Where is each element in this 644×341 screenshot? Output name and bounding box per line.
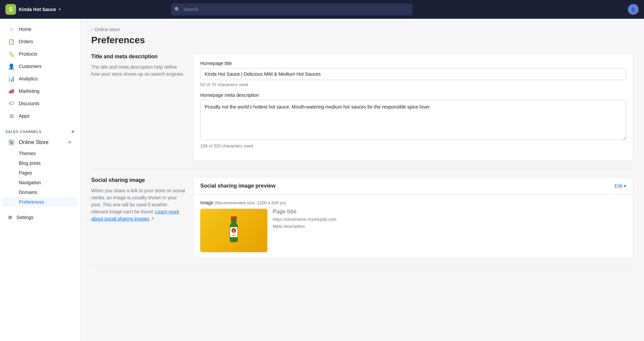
settings-label: Settings <box>16 215 34 220</box>
page-title: Preferences <box>91 35 633 46</box>
social-edit-button[interactable]: Edit ▾ <box>614 183 626 189</box>
store-logo[interactable]: S Kinda Hot Sauce ▾ <box>5 4 61 15</box>
social-section-desc: When you share a link to your store on s… <box>91 187 185 222</box>
sidebar-item-themes[interactable]: Themes <box>3 149 77 158</box>
online-store-left: 🏪 Online Store <box>8 139 49 146</box>
bottle-svg: K <box>224 212 244 249</box>
sidebar-item-discounts[interactable]: 🏷 Discounts <box>3 97 77 110</box>
top-navigation: S Kinda Hot Sauce ▾ 🔍 👤 <box>0 0 644 19</box>
home-icon: ⌂ <box>8 26 15 32</box>
navigation-label: Navigation <box>19 180 41 185</box>
social-sharing-card: Social sharing image preview Edit ▾ Imag… <box>193 177 633 258</box>
homepage-meta-label: Homepage meta description <box>200 92 626 98</box>
sales-channels-label: SALES CHANNELS <box>5 130 42 134</box>
main-content: ‹ Online store Preferences Title and met… <box>80 19 644 341</box>
homepage-title-char-count: 52 of 70 characters used <box>200 82 626 87</box>
edit-chevron-icon: ▾ <box>624 183 626 189</box>
sidebar-item-pages[interactable]: Pages <box>3 168 77 178</box>
products-icon: 🏷️ <box>8 51 15 57</box>
homepage-title-label: Homepage title <box>200 61 626 66</box>
orders-icon: 📋 <box>8 38 15 45</box>
preferences-label: Preferences <box>19 199 44 205</box>
sidebar-label-analytics: Analytics <box>19 76 38 81</box>
preview-url: https://storename.myshopify.com <box>273 217 626 222</box>
blog-posts-label: Blog posts <box>19 160 41 166</box>
breadcrumb-text: Online store <box>95 27 120 32</box>
image-label: Image (Recommended size: 1200 x 628 px) <box>200 200 626 205</box>
sidebar-item-online-store[interactable]: 🏪 Online Store 👁 <box>3 136 77 148</box>
discounts-icon: 🏷 <box>8 100 15 107</box>
svg-point-6 <box>232 234 235 236</box>
social-card-body: Image (Recommended size: 1200 x 628 px) <box>194 195 633 258</box>
sidebar-item-orders[interactable]: 📋 Orders <box>3 36 77 48</box>
social-preview-image: K <box>200 209 267 252</box>
search-icon: 🔍 <box>174 7 180 12</box>
settings-icon: ⚙ <box>8 215 12 220</box>
online-store-icon: 🏪 <box>8 139 15 146</box>
analytics-icon: 📊 <box>8 75 15 82</box>
title-meta-section: Title and meta description The title and… <box>91 54 633 169</box>
sidebar-label-apps: Apps <box>19 113 30 119</box>
preview-text: Page title https://storename.myshopify.c… <box>273 209 626 229</box>
sidebar-item-home[interactable]: ⌂ Home <box>3 23 77 35</box>
breadcrumb-chevron-icon: ‹ <box>91 27 93 32</box>
homepage-meta-char-count: 108 of 320 characters used <box>200 143 626 148</box>
title-meta-section-desc: The title and meta description help defi… <box>91 64 185 78</box>
preview-meta-label: Meta description <box>273 224 626 229</box>
social-section: Social sharing image When you share a li… <box>91 177 633 266</box>
sidebar-item-products[interactable]: 🏷️ Products <box>3 48 77 60</box>
search-input[interactable] <box>171 3 413 15</box>
sidebar-item-analytics[interactable]: 📊 Analytics <box>3 73 77 85</box>
sidebar-item-blog-posts[interactable]: Blog posts <box>3 158 77 168</box>
title-meta-card: Homepage title 52 of 70 characters used … <box>193 54 633 161</box>
shopify-icon: S <box>5 4 16 15</box>
add-sales-channel-button[interactable]: + <box>71 129 75 135</box>
homepage-title-input[interactable] <box>200 68 626 80</box>
marketing-icon: 📣 <box>8 88 15 94</box>
svg-text:K: K <box>233 230 234 232</box>
social-card-header: Social sharing image preview Edit ▾ <box>194 178 633 195</box>
sales-channels-header: SALES CHANNELS + <box>0 125 80 136</box>
sidebar-item-navigation[interactable]: Navigation <box>3 178 77 187</box>
title-meta-section-title: Title and meta description <box>91 54 185 60</box>
store-dropdown-icon[interactable]: ▾ <box>59 7 61 12</box>
avatar[interactable]: 👤 <box>628 4 639 15</box>
sidebar-label-home: Home <box>19 26 31 32</box>
social-section-left: Social sharing image When you share a li… <box>91 177 185 258</box>
sidebar-label-discounts: Discounts <box>19 101 39 106</box>
preview-page-title: Page title <box>273 209 626 215</box>
customers-icon: 👤 <box>8 63 15 70</box>
sidebar: ⌂ Home 📋 Orders 🏷️ Products 👤 Customers … <box>0 19 80 341</box>
image-recommended-size: (Recommended size: 1200 x 628 px) <box>215 200 286 205</box>
view-store-icon[interactable]: 👁 <box>67 140 72 145</box>
homepage-meta-textarea[interactable] <box>200 100 626 140</box>
breadcrumb[interactable]: ‹ Online store <box>91 27 633 32</box>
pages-label: Pages <box>19 170 32 176</box>
sidebar-label-products: Products <box>19 51 37 57</box>
sidebar-item-apps[interactable]: ⊞ Apps <box>3 110 77 122</box>
social-section-title: Social sharing image <box>91 177 185 183</box>
sidebar-item-settings[interactable]: ⚙ Settings <box>3 212 77 223</box>
sidebar-label-orders: Orders <box>19 39 33 44</box>
page-layout: ⌂ Home 📋 Orders 🏷️ Products 👤 Customers … <box>0 19 644 341</box>
apps-icon: ⊞ <box>8 113 15 119</box>
sidebar-item-marketing[interactable]: 📣 Marketing <box>3 85 77 97</box>
sidebar-label-marketing: Marketing <box>19 88 39 94</box>
sidebar-item-preferences[interactable]: Preferences <box>3 197 77 207</box>
social-card-title: Social sharing image preview <box>200 183 275 189</box>
themes-label: Themes <box>19 151 36 156</box>
preview-container: K Page title https://storename.myshopify… <box>200 209 626 252</box>
title-meta-left: Title and meta description The title and… <box>91 54 185 161</box>
sidebar-item-customers[interactable]: 👤 Customers <box>3 60 77 72</box>
svg-rect-2 <box>231 216 237 220</box>
sidebar-item-domains[interactable]: Domains <box>3 188 77 197</box>
search-bar: 🔍 <box>171 3 413 15</box>
store-name: Kinda Hot Sauce <box>19 7 56 12</box>
domains-label: Domains <box>19 190 37 195</box>
sidebar-label-customers: Customers <box>19 64 42 69</box>
online-store-label: Online Store <box>19 139 49 145</box>
